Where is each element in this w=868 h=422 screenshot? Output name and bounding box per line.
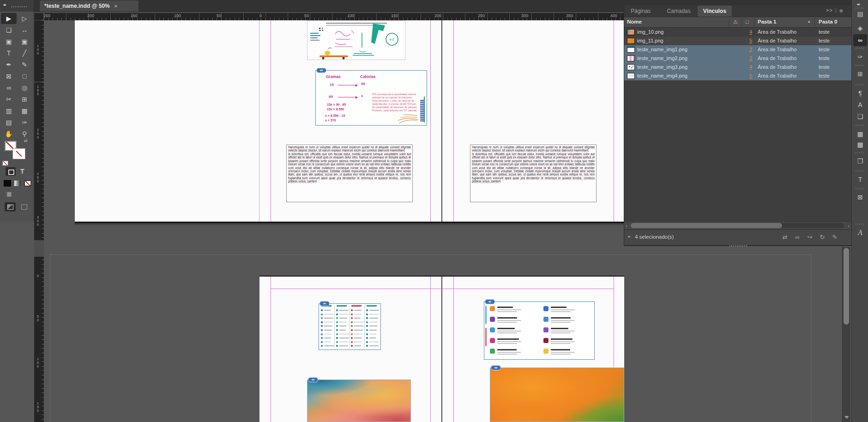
layers-panel-icon[interactable]: ◈ [853,22,867,34]
gradient-panel-icon[interactable]: ▩ [853,139,867,151]
column-name[interactable]: Nome [627,19,642,24]
column-pasta1[interactable]: Pasta 1 [758,19,776,24]
content-placer-tool[interactable]: ▣ [17,36,32,47]
collapse-tools-icon[interactable]: ◂◂ [3,2,5,7]
link-name[interactable]: teste_name_img1.png [637,47,687,52]
apply-none-button[interactable] [24,180,31,187]
dock-grip[interactable] [856,170,865,172]
link-badge-icon[interactable]: ∞ [491,365,501,370]
object-styles-panel-icon[interactable]: ❑ [853,110,867,122]
relink-icon[interactable]: ∞ [792,233,802,241]
status-expander-icon[interactable]: ▸ [628,234,631,239]
link-badge-icon[interactable]: ∞ [308,377,318,382]
link-page-number[interactable]: 2 [740,55,752,61]
eyedropper-tool[interactable]: ✑ [17,117,32,128]
ruler-origin-box[interactable] [34,13,44,20]
zoom-tool[interactable]: ⚲ [17,128,32,139]
scroll-left-icon[interactable]: ‹ [626,223,627,229]
link-name[interactable]: teste_name_img2.png [637,55,687,61]
edit-original-icon[interactable]: ✎ [830,233,840,241]
swap-fill-stroke-icon[interactable]: ⇄ [24,139,28,143]
tab-páginas[interactable]: Páginas [625,6,656,17]
link-row[interactable]: img_10.png4Área de Trabalhoteste [624,28,851,36]
link-badge-icon[interactable]: ∞ [319,301,330,306]
collapse-dock-icon[interactable]: ◂◂ [856,2,859,6]
page-tool[interactable]: ❏ [1,24,17,36]
scrollbar-thumb[interactable] [631,223,782,228]
panel-resize-grip[interactable] [729,245,747,247]
link-page-number[interactable]: 5 [740,73,752,78]
pages-panel-icon[interactable]: ▤ [853,8,867,20]
link-row[interactable]: teste_name_img3.png4Área de Trabalhotest… [624,63,851,72]
link-badge-icon[interactable]: ∞ [316,68,326,73]
dock-grip[interactable] [856,152,865,153]
document-vertical-scrollbar[interactable] [842,247,850,422]
character-styles-panel-icon[interactable]: A [853,99,867,111]
gap-tool[interactable]: ↔ [17,24,32,36]
nutrition-image-frame[interactable]: Gramas Calorias 159095x 15x = 90 . 9515x… [315,70,427,126]
scroll-down-icon[interactable] [844,416,849,419]
tab-camadas[interactable]: Camadas [661,6,696,17]
update-link-icon[interactable]: ↻ [817,233,827,241]
rectangle-frame-tool[interactable]: ⊠ [1,71,17,82]
swatches-panel-icon[interactable]: ⊞ [853,68,867,80]
hand-tool[interactable]: ✋ [1,128,17,139]
selection-tool[interactable]: ▶ [1,13,17,24]
text-frame[interactable]: Harumquias re num ut voluptas ullibus en… [470,145,597,202]
preview-screen-mode-button[interactable] [18,202,30,211]
line-tool[interactable]: ╱ [17,48,32,59]
formatting-affects-container-button[interactable] [6,167,16,176]
transform-tool[interactable]: ⊞ [17,94,32,105]
stroke-swatch[interactable] [13,149,25,159]
normal-screen-mode-button[interactable] [5,202,16,211]
rectangle-tool[interactable]: □ [17,71,32,82]
link-page-number[interactable]: 5 [740,38,752,43]
panel-expand-icon[interactable]: >> [826,7,833,13]
close-document-icon[interactable]: ✕ [114,4,118,9]
apply-color-button[interactable] [4,180,11,187]
page-column-icon[interactable]: □ [746,19,749,24]
gradient-swatch-tool[interactable]: ◎ [17,82,32,93]
dock-grip[interactable] [856,7,865,9]
link-row[interactable]: img_11.png5Área de Trabalhoteste [624,36,851,45]
panel-menu-icon[interactable]: ≡ [839,7,844,14]
link-badge-icon[interactable]: ∞ [485,299,495,304]
story-editor-panel-icon[interactable]: ⊠ [853,191,867,203]
gradient-tool[interactable]: ▥ [1,105,17,116]
dock-grip[interactable] [856,84,865,85]
link-page-number[interactable]: 4 [740,64,752,70]
link-row[interactable]: teste_name_img1.png2Área de Trabalhotest… [624,45,851,54]
scrollbar-thumb[interactable] [844,248,849,325]
paragraph-styles-panel-icon[interactable]: ¶ [853,87,867,99]
dock-grip[interactable] [856,125,865,126]
link-row[interactable]: teste_name_img2.png2Área de Trabalhotest… [624,54,851,63]
dock-grip[interactable] [856,223,865,225]
note-tool[interactable]: ▤ [1,117,17,128]
orange-image-frame[interactable] [490,368,624,422]
link-name[interactable]: teste_name_img4.png [637,73,687,78]
stroke-panel-icon[interactable]: ✑ [853,51,867,63]
go-to-link-icon[interactable]: ↪ [805,233,815,241]
tab-vínculos[interactable]: Vínculos [698,6,732,17]
tools-panel-grip[interactable] [11,6,27,7]
link-name[interactable]: img_10.png [637,29,664,35]
scissors-tool[interactable]: ✂ [1,94,17,105]
applist-image-frame[interactable] [484,301,595,360]
free-transform-tool[interactable]: ∞ [1,82,17,93]
glyphs-panel-icon[interactable]: A [853,227,867,239]
dock-grip[interactable] [856,188,865,189]
link-name[interactable]: img_11.png [637,38,663,43]
link-row[interactable]: teste_name_img4.png5Área de Trabalhotest… [624,72,851,80]
column-pasta0[interactable]: Pasta 0 [819,19,837,24]
table-image-frame[interactable] [319,303,381,350]
math-notes-image-frame[interactable]: e.f. [307,20,405,60]
dock-grip[interactable] [856,65,865,66]
formatting-affects-text-button[interactable]: T [20,168,24,175]
vertical-ruler[interactable]: 100150200250300050100150 [34,20,44,422]
apply-gradient-button[interactable] [14,180,21,187]
horizontal-ruler[interactable]: 25020015010050050100150200250300350400 [44,13,624,20]
bookmarks-panel-icon[interactable]: ❒ [853,155,867,167]
text-frame[interactable]: Harumquias re num ut voluptas ullibus en… [286,145,413,202]
links-panel-icon[interactable]: ∞ [853,34,867,46]
content-collector-tool[interactable]: ▣ [1,36,17,47]
